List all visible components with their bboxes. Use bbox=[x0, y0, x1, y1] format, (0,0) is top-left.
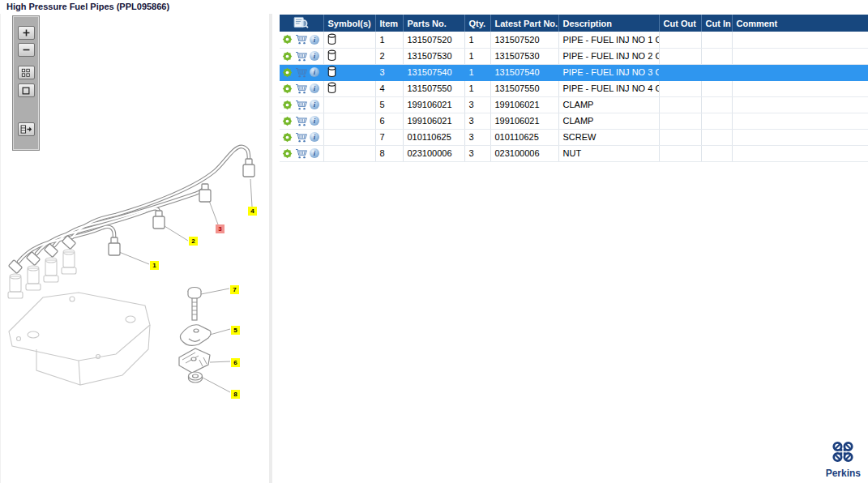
col-header-parts_no[interactable]: Parts No. bbox=[403, 15, 464, 32]
zoom-out-button[interactable] bbox=[18, 43, 35, 57]
info-icon[interactable]: i bbox=[310, 51, 319, 61]
cart-icon[interactable] bbox=[295, 100, 307, 110]
gear-icon[interactable] bbox=[282, 51, 293, 62]
cell-latest-part-no: 131507540 bbox=[490, 64, 558, 80]
col-header-cut_in[interactable]: Cut In bbox=[701, 15, 732, 32]
cell-comment bbox=[732, 113, 868, 129]
gear-icon[interactable] bbox=[282, 148, 293, 159]
table-row-item-3[interactable]: i31315075401131507540PIPE - FUEL INJ NO … bbox=[280, 64, 868, 80]
washer-part bbox=[189, 372, 203, 383]
diagram-toolbar bbox=[12, 15, 40, 151]
col-header-cut_out[interactable]: Cut Out bbox=[659, 15, 701, 32]
table-row-item-8[interactable]: i80231000063023100006NUT bbox=[280, 145, 868, 161]
cell-cut-out bbox=[659, 80, 701, 96]
cart-icon[interactable] bbox=[295, 116, 307, 126]
cart-icon[interactable] bbox=[295, 148, 307, 159]
cell-parts-no: 131507530 bbox=[403, 48, 464, 64]
zoom-in-button[interactable] bbox=[18, 26, 35, 40]
table-header-row: Symbol(s)ItemParts No.Qty.Latest Part No… bbox=[280, 15, 868, 32]
table-row-item-4[interactable]: i41315075501131507550PIPE - FUEL INJ NO … bbox=[280, 80, 868, 96]
info-icon[interactable]: i bbox=[310, 83, 319, 93]
col-header-symbol[interactable]: Symbol(s) bbox=[323, 15, 375, 32]
cart-icon[interactable] bbox=[295, 67, 307, 78]
callout-8[interactable]: 8 bbox=[231, 390, 240, 399]
cell-description: SCREW bbox=[558, 129, 659, 145]
col-header-actions[interactable] bbox=[280, 15, 323, 32]
cell-symbol bbox=[323, 32, 375, 48]
col-header-comment[interactable]: Comment bbox=[732, 15, 868, 32]
table-row-item-1[interactable]: i11315075201131507520PIPE - FUEL INJ NO … bbox=[280, 32, 868, 48]
cell-qty: 1 bbox=[464, 64, 490, 80]
info-icon[interactable]: i bbox=[310, 35, 319, 45]
info-icon[interactable]: i bbox=[310, 132, 319, 142]
table-row-item-7[interactable]: i70101106253010110625SCREW bbox=[280, 129, 868, 145]
gear-icon[interactable] bbox=[282, 34, 293, 45]
thumbnail-view-button[interactable] bbox=[18, 66, 35, 79]
cell-item: 5 bbox=[375, 96, 403, 113]
cell-cut-in bbox=[701, 80, 732, 96]
callout-3[interactable]: 3 bbox=[216, 224, 224, 233]
cylinder-symbol-icon[interactable] bbox=[327, 37, 336, 47]
cell-symbol bbox=[323, 96, 375, 113]
col-header-item[interactable]: Item bbox=[375, 15, 403, 32]
cell-actions: i bbox=[280, 129, 323, 145]
cylinder-symbol-icon[interactable] bbox=[327, 53, 336, 63]
callout-5[interactable]: 5 bbox=[231, 326, 240, 335]
title-bar: High Pressure Fuel Pipes (PPL095866) bbox=[0, 0, 868, 14]
info-icon[interactable]: i bbox=[310, 100, 319, 109]
col-header-description[interactable]: Description bbox=[558, 15, 659, 32]
search-doc-icon bbox=[293, 21, 309, 31]
cell-symbol bbox=[323, 145, 375, 161]
gear-icon[interactable] bbox=[282, 132, 293, 143]
cell-parts-no: 010110625 bbox=[403, 129, 464, 145]
gear-icon[interactable] bbox=[282, 116, 293, 126]
cell-description: PIPE - FUEL INJ NO 3 CY bbox=[558, 64, 659, 80]
cell-parts-no: 131507520 bbox=[403, 32, 464, 48]
screw-part bbox=[188, 288, 201, 321]
gear-icon[interactable] bbox=[282, 67, 293, 78]
gear-icon[interactable] bbox=[282, 100, 293, 110]
full-view-button[interactable] bbox=[18, 83, 35, 97]
plus-icon bbox=[22, 28, 31, 37]
col-header-qty[interactable]: Qty. bbox=[464, 15, 490, 32]
info-icon[interactable]: i bbox=[310, 67, 319, 77]
table-row-item-6[interactable]: i61991060213199106021CLAMP bbox=[280, 113, 868, 129]
cell-comment bbox=[732, 96, 868, 113]
cell-symbol bbox=[323, 48, 375, 64]
cell-actions: i bbox=[280, 64, 323, 80]
callout-1[interactable]: 1 bbox=[150, 261, 159, 270]
cart-icon[interactable] bbox=[295, 51, 307, 62]
cart-icon[interactable] bbox=[295, 34, 307, 45]
cell-parts-no: 131507550 bbox=[403, 80, 464, 96]
info-icon[interactable]: i bbox=[310, 116, 319, 126]
cart-icon[interactable] bbox=[295, 132, 307, 143]
cylinder-symbol-icon[interactable] bbox=[327, 86, 336, 96]
callout-2[interactable]: 2 bbox=[189, 237, 198, 246]
parts-table: Symbol(s)ItemParts No.Qty.Latest Part No… bbox=[280, 15, 868, 162]
cell-qty: 1 bbox=[464, 32, 490, 48]
cell-qty: 3 bbox=[464, 96, 490, 113]
cell-cut-out bbox=[659, 96, 701, 113]
toggle-panel-button[interactable] bbox=[18, 122, 35, 136]
fuel-pipes bbox=[19, 147, 249, 262]
callout-7[interactable]: 7 bbox=[230, 285, 239, 294]
cell-comment bbox=[732, 145, 868, 161]
info-icon[interactable]: i bbox=[310, 148, 319, 158]
cart-icon[interactable] bbox=[295, 83, 307, 94]
cell-item: 6 bbox=[375, 113, 403, 129]
cell-qty: 3 bbox=[464, 145, 490, 161]
cell-qty: 3 bbox=[464, 113, 490, 129]
table-row-item-5[interactable]: i51991060213199106021CLAMP bbox=[280, 96, 868, 113]
callout-4[interactable]: 4 bbox=[248, 207, 257, 216]
cell-cut-in bbox=[701, 145, 732, 161]
callout-6[interactable]: 6 bbox=[231, 358, 240, 367]
cell-cut-out bbox=[659, 113, 701, 129]
cell-cut-in bbox=[701, 32, 732, 48]
cell-description: CLAMP bbox=[558, 113, 659, 129]
cylinder-symbol-icon[interactable] bbox=[327, 70, 336, 79]
col-header-latest_part_no[interactable]: Latest Part No. bbox=[490, 15, 558, 32]
cell-actions: i bbox=[280, 96, 323, 113]
cell-latest-part-no: 199106021 bbox=[490, 113, 558, 129]
gear-icon[interactable] bbox=[282, 83, 293, 94]
table-row-item-2[interactable]: i21315075301131507530PIPE - FUEL INJ NO … bbox=[280, 48, 868, 64]
